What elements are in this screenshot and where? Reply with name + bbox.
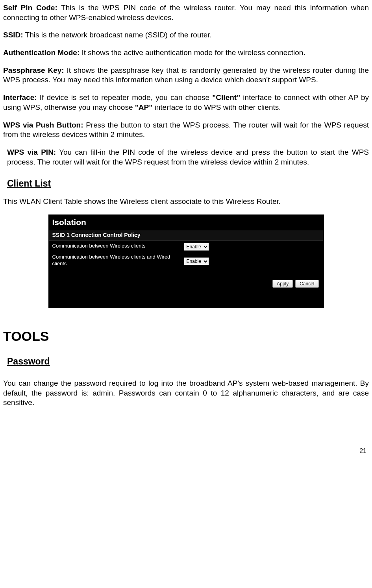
- label-self-pin-code: Self Pin Code:: [3, 4, 57, 12]
- text-wps-pin: You can fill-in the PIN code of the wire…: [7, 148, 369, 166]
- para-passphrase: Passphrase Key: It shows the passphrase …: [3, 66, 369, 85]
- heading-password: Password: [7, 356, 369, 368]
- page-number: 21: [3, 447, 369, 455]
- para-ssid: SSID: This is the network broadcast name…: [3, 30, 369, 40]
- label-ssid: SSID:: [3, 31, 23, 39]
- row2-select[interactable]: Enable: [184, 257, 209, 265]
- label-wps-push: WPS via Push Button:: [3, 121, 83, 129]
- button-row: Apply Cancel: [49, 269, 323, 292]
- panel-subtitle: SSID 1 Connection Control Policy: [49, 230, 323, 240]
- b1: "Client": [212, 93, 240, 102]
- para-self-pin-code: Self Pin Code: This is the WPS PIN code …: [3, 3, 369, 22]
- para-client-list: This WLAN Client Table shows the Wireles…: [3, 197, 369, 207]
- text-self-pin-code: This is the WPS PIN code of the wireless…: [3, 4, 369, 22]
- cancel-button[interactable]: Cancel: [295, 280, 318, 288]
- heading-tools: TOOLS: [3, 327, 369, 345]
- para-wps-push: WPS via Push Button: Press the button to…: [3, 120, 369, 140]
- row-wired-clients: Communication between Wireless clients a…: [49, 252, 323, 269]
- para-interface: Interface: If device is set to repeater …: [3, 93, 369, 112]
- row1-field: Enable: [181, 240, 211, 252]
- text-auth-mode: It shows the active authentication mode …: [80, 48, 305, 57]
- para-wps-pin: WPS via PIN: You can fill-in the PIN cod…: [7, 148, 369, 167]
- heading-client-list: Client List: [7, 178, 369, 190]
- para-auth-mode: Authentication Mode: It shows the active…: [3, 48, 369, 58]
- text-ssid: This is the network broadcast name (SSID…: [23, 31, 212, 39]
- row2-field: Enable: [181, 255, 211, 266]
- row1-select[interactable]: Enable: [184, 243, 209, 251]
- label-auth-mode: Authentication Mode:: [3, 48, 80, 57]
- panel-title: Isolation: [49, 215, 323, 230]
- router-ui-screenshot: Isolation SSID 1 Connection Control Poli…: [48, 214, 324, 308]
- para-password: You can change the password required to …: [3, 379, 369, 408]
- label-passphrase: Passphrase Key:: [3, 66, 64, 74]
- row-wireless-clients: Communication between Wireless clients E…: [49, 240, 323, 252]
- row2-label: Communication between Wireless clients a…: [49, 252, 181, 269]
- apply-button[interactable]: Apply: [272, 280, 293, 288]
- label-wps-pin: WPS via PIN:: [7, 148, 56, 156]
- t1: If device is set to repeater mode, you c…: [37, 93, 213, 102]
- t3: interface to do WPS with other clients.: [152, 103, 281, 111]
- label-interface: Interface:: [3, 93, 37, 102]
- screenshot-container: Isolation SSID 1 Connection Control Poli…: [3, 214, 369, 308]
- row1-label: Communication between Wireless clients: [49, 241, 181, 251]
- panel-bottom-pad: [49, 292, 323, 307]
- b2: "AP": [135, 103, 152, 111]
